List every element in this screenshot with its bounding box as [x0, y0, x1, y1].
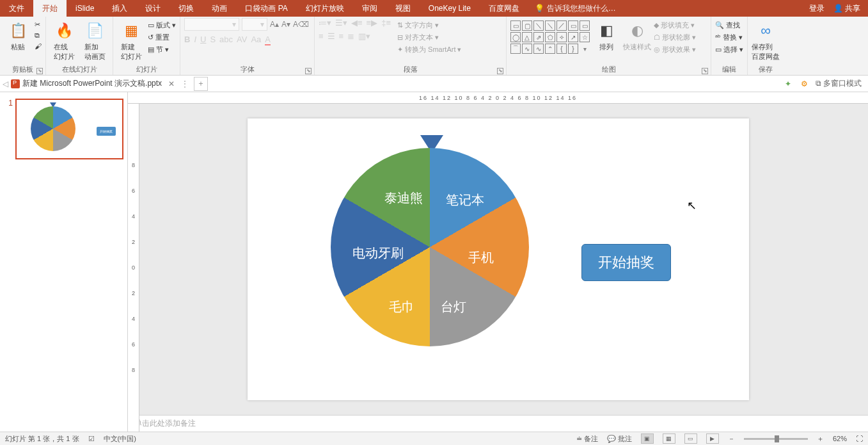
numbering-button[interactable]: ☰▾	[335, 18, 347, 28]
tab-insert[interactable]: 插入	[103, 0, 136, 17]
indent-dec-button[interactable]: ◀≡	[351, 18, 363, 28]
align-left-button[interactable]: ≡	[319, 31, 324, 41]
new-slide-button[interactable]: ▦新建 幻灯片	[117, 18, 145, 61]
nav-back-icon[interactable]: ◁	[3, 79, 8, 88]
columns-button[interactable]: ▥▾	[358, 31, 370, 41]
tab-onekey[interactable]: OneKey Lite	[420, 0, 480, 17]
slideshow-view-button[interactable]: ▶	[706, 433, 719, 444]
increase-font-icon[interactable]: A▴	[270, 20, 279, 29]
document-name[interactable]: 新建 Microsoft PowerPoint 演示文稿.pptx	[22, 78, 162, 89]
comments-toggle[interactable]: 💬 批注	[607, 434, 632, 444]
reset-button[interactable]: ↺重置	[148, 33, 176, 42]
login-button[interactable]: 登录	[809, 3, 825, 14]
online-slides-button[interactable]: 🔥在线 幻灯片	[50, 18, 78, 61]
find-button[interactable]: 🔍 查找	[715, 20, 743, 30]
cut-button[interactable]: ✂	[35, 20, 42, 29]
slide[interactable]: 笔记本 手机 台灯 毛巾 电动牙刷 泰迪熊 开始抽奖	[248, 118, 749, 400]
thumbnail-panel[interactable]: 1 开始抽奖	[0, 92, 128, 432]
quickstyle-button[interactable]: ◐快速样式	[623, 18, 651, 52]
dialog-launcher[interactable]: ⬊	[305, 68, 312, 74]
close-doc-button[interactable]: ✕	[164, 79, 178, 88]
shapes-gallery[interactable]: ▭▢＼＼／▭▭ ◯△⇗⬠✧↗☆ ⌒∿∿⌃{}▾	[510, 18, 590, 54]
paste-button[interactable]: 📋 粘贴	[4, 18, 32, 52]
shadow-button[interactable]: abc	[219, 35, 233, 45]
language-indicator[interactable]: 中文(中国)	[104, 434, 136, 444]
tab-transition[interactable]: 切换	[170, 0, 203, 17]
normal-view-button[interactable]: ▣	[641, 433, 654, 444]
smartart-button[interactable]: ✦ 转换为 SmartArt ▾	[397, 45, 461, 54]
tab-slideshow[interactable]: 幻灯片放映	[297, 0, 353, 17]
line-spacing-button[interactable]: ‡≡	[381, 18, 391, 28]
notes-toggle[interactable]: ≐ 备注	[576, 434, 598, 444]
spacing-button[interactable]: AV	[237, 35, 247, 45]
font-color-button[interactable]: A	[265, 35, 271, 45]
group-font: ▾ ▾ A▴ A▾ A⌫ B I U S abc AV Aa A 字体⬊	[180, 17, 315, 75]
tab-file[interactable]: 文件	[0, 0, 33, 17]
indent-inc-button[interactable]: ≡▶	[367, 18, 378, 28]
font-size-select[interactable]: ▾	[242, 18, 267, 31]
arrange-button[interactable]: ◧排列	[592, 18, 620, 52]
decrease-font-icon[interactable]: A▾	[281, 20, 290, 29]
notes-pane[interactable]: 单击此处添加备注	[128, 415, 868, 432]
tab-home[interactable]: 开始	[33, 0, 67, 17]
tab-islide[interactable]: iSlide	[67, 0, 103, 17]
select-button[interactable]: ▭ 选择 ▾	[715, 45, 743, 54]
strike-button[interactable]: S	[210, 35, 216, 45]
tab-animation[interactable]: 动画	[203, 0, 236, 17]
format-painter-button[interactable]: 🖌	[35, 42, 42, 50]
slide-count: 幻灯片 第 1 张，共 1 张	[5, 434, 79, 444]
bold-button[interactable]: B	[184, 35, 190, 45]
clear-format-icon[interactable]: A⌫	[293, 20, 309, 29]
tab-baidu[interactable]: 百度网盘	[480, 0, 528, 17]
wheel-label: 手机	[468, 248, 494, 266]
replace-button[interactable]: ᵃᵇ 替换 ▾	[715, 33, 743, 42]
tab-review[interactable]: 审阅	[353, 0, 386, 17]
multiwindow-button[interactable]: ⧉ 多窗口模式	[816, 78, 862, 89]
zoom-level[interactable]: 62%	[833, 435, 847, 442]
canvas[interactable]: 笔记本 手机 台灯 毛巾 电动牙刷 泰迪熊 开始抽奖	[128, 104, 868, 415]
group-slides: ▦新建 幻灯片 ▭版式 ▾ ↺重置 ▤节 ▾ 幻灯片	[113, 17, 180, 75]
dialog-launcher[interactable]: ⬊	[36, 68, 43, 74]
underline-button[interactable]: U	[200, 35, 206, 45]
spellcheck-icon[interactable]: ☑	[88, 435, 95, 443]
align-center-button[interactable]: ☰	[327, 31, 335, 41]
new-anim-page-button[interactable]: 📄新加 动画页	[81, 18, 109, 61]
gear-icon[interactable]: ⚙	[799, 78, 810, 90]
tab-design[interactable]: 设计	[136, 0, 170, 17]
zoom-in-button[interactable]: ＋	[817, 434, 824, 444]
section-button[interactable]: ▤节 ▾	[148, 45, 176, 54]
tab-pocket[interactable]: 口袋动画 PA	[236, 0, 296, 17]
hot-icon: 🔥	[54, 20, 74, 41]
zoom-slider[interactable]	[744, 438, 808, 440]
case-button[interactable]: Aa	[251, 35, 261, 45]
bullets-button[interactable]: ≔▾	[319, 18, 331, 28]
start-lottery-button[interactable]: 开始抽奖	[581, 244, 671, 281]
font-family-select[interactable]: ▾	[184, 18, 239, 31]
sparkle-icon[interactable]: ✦	[782, 78, 794, 90]
italic-button[interactable]: I	[194, 35, 196, 45]
share-button[interactable]: 👤 共享	[833, 3, 860, 14]
new-doc-button[interactable]: ＋	[194, 77, 208, 91]
zoom-out-button[interactable]: －	[728, 434, 735, 444]
horizontal-ruler[interactable]: 16 14 12 10 8 6 4 2 0 2 4 6 8 10 12 14 1…	[128, 92, 868, 104]
shape-effects-button[interactable]: ◎ 形状效果 ▾	[654, 45, 696, 54]
copy-button[interactable]: ⧉	[35, 31, 42, 40]
reading-view-button[interactable]: ▭	[684, 433, 697, 444]
shape-fill-button[interactable]: ◆ 形状填充 ▾	[654, 20, 696, 30]
align-text-button[interactable]: ⊟ 对齐文本 ▾	[397, 33, 461, 42]
fit-window-button[interactable]: ⛶	[856, 435, 863, 442]
justify-button[interactable]: ≣	[347, 31, 354, 41]
dialog-launcher[interactable]: ⬊	[497, 68, 503, 74]
save-baidu-button[interactable]: ∞保存到 百度网盘	[752, 18, 780, 61]
text-direction-button[interactable]: ⇅ 文字方向 ▾	[397, 20, 461, 30]
ribbon: 📋 粘贴 ✂ ⧉ 🖌 剪贴板⬊ 🔥在线 幻灯片 📄新加 动画页 在线幻灯片 ▦新…	[0, 17, 868, 76]
tell-me[interactable]: 💡告诉我您想做什么…	[528, 3, 622, 14]
slide-thumbnail[interactable]: 开始抽奖	[15, 99, 123, 159]
tab-view[interactable]: 视图	[386, 0, 420, 17]
dialog-launcher[interactable]: ⬊	[702, 68, 708, 74]
align-right-button[interactable]: ≡	[339, 31, 344, 41]
prize-wheel[interactable]: 笔记本 手机 台灯 毛巾 电动牙刷 泰迪熊	[331, 148, 529, 346]
layout-button[interactable]: ▭版式 ▾	[148, 20, 176, 30]
shape-outline-button[interactable]: ☖ 形状轮廓 ▾	[654, 33, 696, 42]
sorter-view-button[interactable]: ▦	[663, 433, 675, 444]
